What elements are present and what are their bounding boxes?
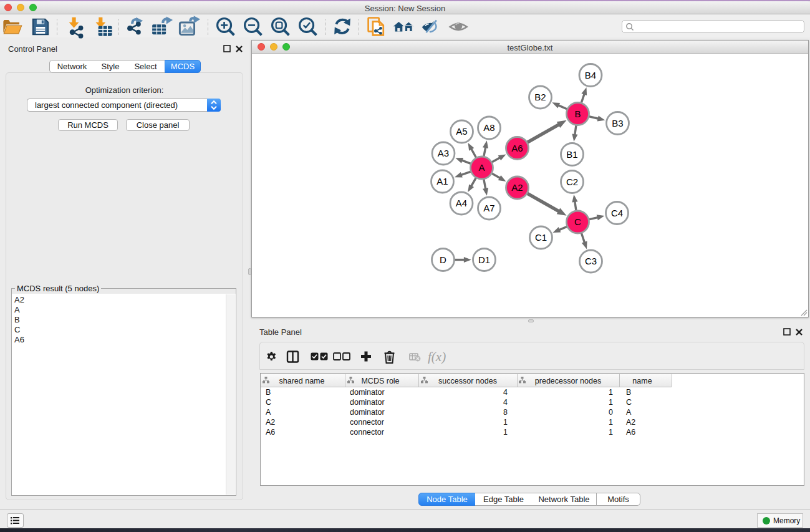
svg-text:A6: A6: [626, 428, 635, 437]
svg-text:D: D: [440, 254, 446, 265]
svg-text:C3: C3: [585, 256, 597, 266]
svg-text:1: 1: [609, 388, 613, 397]
svg-text:C4: C4: [611, 208, 623, 218]
svg-text:B2: B2: [534, 92, 546, 102]
svg-text:A3: A3: [438, 148, 449, 158]
svg-text:C2: C2: [566, 177, 578, 187]
svg-text:4: 4: [503, 398, 508, 407]
svg-text:connector: connector: [350, 418, 384, 427]
svg-text:B: B: [626, 388, 631, 397]
svg-text:1: 1: [503, 418, 508, 427]
svg-text:A8: A8: [483, 122, 494, 133]
svg-text:B4: B4: [585, 70, 596, 80]
svg-text:predecessor nodes: predecessor nodes: [535, 377, 601, 385]
svg-text:A6: A6: [511, 143, 523, 153]
svg-text:connector: connector: [350, 428, 384, 437]
svg-text:B: B: [266, 388, 271, 397]
svg-text:A5: A5: [456, 126, 467, 137]
svg-text:name: name: [632, 377, 652, 385]
svg-text:A: A: [478, 162, 485, 173]
svg-text:A2: A2: [626, 418, 635, 427]
svg-text:successor nodes: successor nodes: [438, 377, 497, 385]
svg-text:A2: A2: [266, 418, 275, 427]
svg-text:dominator: dominator: [350, 398, 385, 407]
svg-text:A7: A7: [483, 203, 494, 213]
svg-text:C: C: [266, 398, 271, 407]
svg-text:D1: D1: [478, 254, 490, 265]
svg-text:A2: A2: [511, 182, 523, 193]
svg-text:1: 1: [609, 428, 613, 437]
svg-text:1: 1: [609, 398, 613, 407]
svg-text:f(x): f(x): [428, 350, 446, 364]
svg-text:B: B: [574, 109, 581, 119]
svg-text:C: C: [626, 398, 632, 407]
svg-text:C1: C1: [535, 232, 547, 243]
svg-text:1: 1: [609, 418, 613, 427]
svg-text:dominator: dominator: [350, 388, 385, 397]
svg-text:MCDS role: MCDS role: [361, 377, 399, 385]
svg-text:0: 0: [609, 408, 613, 417]
svg-text:A6: A6: [266, 428, 275, 437]
svg-text:B1: B1: [566, 149, 577, 160]
svg-text:C: C: [574, 216, 581, 227]
svg-text:8: 8: [503, 408, 508, 417]
svg-text:A: A: [626, 408, 632, 417]
svg-text:shared name: shared name: [279, 377, 325, 385]
svg-text:4: 4: [503, 388, 508, 397]
svg-text:A1: A1: [436, 176, 448, 186]
svg-text:A4: A4: [456, 198, 467, 208]
svg-text:1: 1: [503, 428, 508, 437]
svg-text:B3: B3: [612, 118, 623, 128]
svg-text:dominator: dominator: [350, 408, 385, 417]
svg-text:A: A: [266, 408, 271, 417]
